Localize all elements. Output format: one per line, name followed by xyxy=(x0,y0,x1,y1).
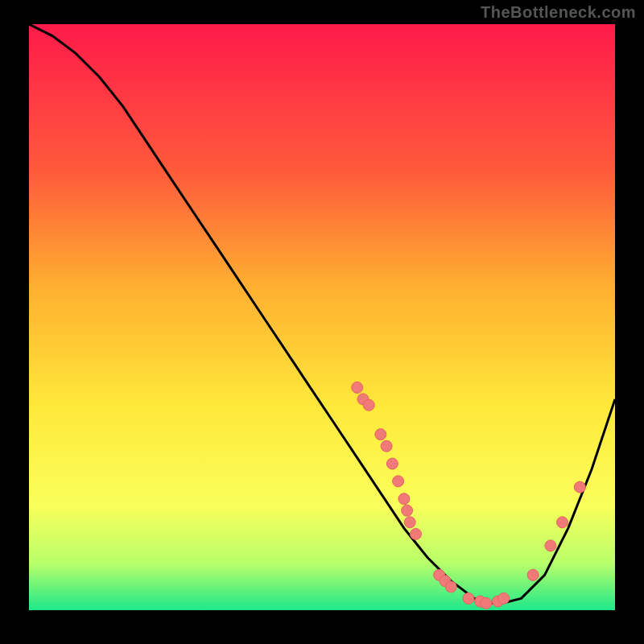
data-point-marker xyxy=(481,597,492,609)
data-point-marker xyxy=(411,528,422,539)
watermark-text: TheBottleneck.com xyxy=(481,3,636,22)
data-point-marker xyxy=(381,440,392,452)
data-point-marker xyxy=(527,569,539,580)
data-point-marker xyxy=(375,429,386,440)
gradient-background xyxy=(29,24,615,610)
data-point-marker xyxy=(393,476,404,487)
data-point-marker xyxy=(398,493,410,505)
data-point-marker xyxy=(574,481,585,493)
plot-svg xyxy=(29,24,615,610)
chart-frame: TheBottleneck.com xyxy=(0,0,644,644)
data-point-marker xyxy=(363,399,374,411)
data-point-marker xyxy=(557,517,568,528)
plot-area xyxy=(29,24,615,610)
data-point-marker xyxy=(445,581,456,592)
data-point-marker xyxy=(404,517,415,528)
data-point-marker xyxy=(352,382,363,393)
data-point-marker xyxy=(402,505,413,516)
data-point-marker xyxy=(386,458,398,469)
data-point-marker xyxy=(463,592,474,604)
data-point-marker xyxy=(545,540,556,551)
data-point-marker xyxy=(498,592,510,604)
